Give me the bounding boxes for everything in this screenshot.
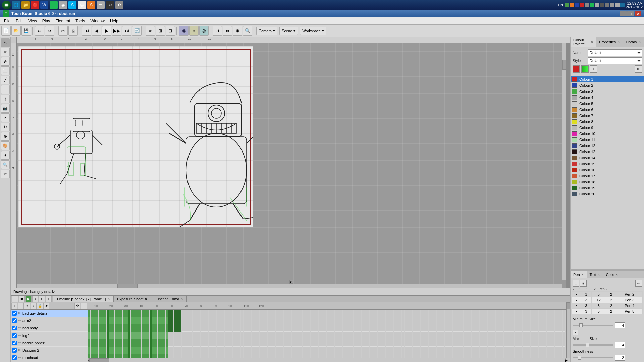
tab-text[interactable]: Text ✕ xyxy=(587,272,603,278)
start-button[interactable]: ⊞ xyxy=(2,1,11,9)
taskbar-word-icon[interactable]: W xyxy=(40,1,48,9)
menu-tools[interactable]: Tools xyxy=(73,18,88,24)
layer-check-0[interactable] xyxy=(12,311,17,316)
close-colour-palette[interactable]: ✕ xyxy=(591,40,593,44)
min-size-slider[interactable] xyxy=(573,325,613,326)
close-cells[interactable]: ✕ xyxy=(615,273,618,276)
tb-next[interactable]: ▶▶ xyxy=(112,26,121,36)
close-text[interactable]: ✕ xyxy=(598,273,600,276)
tb-prev[interactable]: ◀ xyxy=(92,26,101,36)
tab-function-editor[interactable]: Function Editor ✕ xyxy=(151,296,187,302)
close-pen[interactable]: ✕ xyxy=(581,273,584,276)
colour-item-20[interactable]: Colour 20 xyxy=(571,191,644,197)
tl-frame-row-3[interactable] xyxy=(88,332,570,339)
menu-view[interactable]: View xyxy=(25,18,40,24)
tab-colour-palette[interactable]: Colour Palette ✕ xyxy=(571,37,596,47)
taskbar-chrome2-icon[interactable]: ◎ xyxy=(78,1,86,9)
pen-edit[interactable]: ✏ xyxy=(635,280,642,287)
tl-tb-3[interactable]: ▶ xyxy=(25,296,32,302)
close-properties[interactable]: ✕ xyxy=(617,40,620,44)
colour-solid[interactable] xyxy=(573,65,580,73)
tb-tool3[interactable]: ⊕ xyxy=(233,26,242,36)
tl-frame-row-2[interactable] xyxy=(88,324,570,332)
style-select[interactable]: Default xyxy=(588,57,642,64)
camera-dropdown[interactable]: Camera ▾ xyxy=(256,27,277,35)
layer-check-1[interactable] xyxy=(12,318,17,323)
colour-item-18[interactable]: Colour 18 xyxy=(571,179,644,185)
tl-layer-up[interactable]: ↑ xyxy=(24,303,30,309)
pen-icon-1[interactable]: ◽ xyxy=(573,280,579,287)
tl-tb-2[interactable]: ⏺ xyxy=(19,296,25,302)
tl-tb-1[interactable]: ⊞ xyxy=(12,296,18,302)
colour-item-12[interactable]: Colour 12 xyxy=(571,143,644,149)
tb-tool2[interactable]: ⇔ xyxy=(223,26,232,36)
minimize-button[interactable]: ─ xyxy=(620,11,627,16)
tb-onion[interactable]: ⊞ xyxy=(156,26,165,36)
tool-cut[interactable]: ✂ xyxy=(1,113,10,122)
tool-move[interactable]: ⊕ xyxy=(1,132,10,141)
colour-item-5[interactable]: Colour 5 xyxy=(571,101,644,107)
pen-row-4[interactable]: •352Pen 5 xyxy=(572,309,643,314)
pen-icon-2[interactable]: ◾ xyxy=(580,280,587,287)
canvas-hscrollbar[interactable] xyxy=(17,284,562,288)
tl-layer-leg2[interactable]: ✏ leg2 xyxy=(11,332,88,339)
maximize-button[interactable]: □ xyxy=(627,11,634,16)
tool-paint[interactable]: 🖌 xyxy=(1,57,10,66)
close-library[interactable]: ✕ xyxy=(638,40,641,44)
colour-item-10[interactable]: Colour 10 xyxy=(571,131,644,137)
colour-item-16[interactable]: Colour 16 xyxy=(571,167,644,173)
close-function[interactable]: ✕ xyxy=(180,297,183,301)
tl-layer-del[interactable]: − xyxy=(18,303,24,309)
layer-check-6[interactable] xyxy=(12,355,17,360)
tl-frame-row-5[interactable] xyxy=(88,347,570,354)
scene-dropdown[interactable]: Scene ▾ xyxy=(279,27,298,35)
tb-zoom[interactable]: 🔍 xyxy=(243,26,252,36)
layer-check-3[interactable] xyxy=(12,333,17,338)
colour-item-1[interactable]: Colour 1 xyxy=(571,76,644,82)
tl-tb-4[interactable]: ⊹ xyxy=(32,296,38,302)
layer-check-5[interactable] xyxy=(12,348,17,353)
colour-item-9[interactable]: Colour 9 xyxy=(571,125,644,131)
tab-timeline[interactable]: Timeline [Scene-1] - [Frame 1] ✕ xyxy=(53,296,114,302)
tl-layer-lock[interactable]: 🔒 xyxy=(37,303,43,309)
taskbar-folder-icon[interactable]: 📁 xyxy=(21,1,30,9)
layer-check-4[interactable] xyxy=(12,341,17,345)
close-button[interactable]: ✕ xyxy=(635,11,641,16)
tl-frame-row-4[interactable] xyxy=(88,339,570,347)
colour-item-13[interactable]: Colour 13 xyxy=(571,149,644,155)
layer-check-2[interactable] xyxy=(12,326,17,330)
tab-exposure-sheet[interactable]: Exposure Sheet ✕ xyxy=(114,296,151,302)
colour-item-14[interactable]: Colour 14 xyxy=(571,155,644,161)
close-timeline[interactable]: ✕ xyxy=(107,297,110,301)
colour-item-15[interactable]: Colour 15 xyxy=(571,161,644,167)
tl-layer-opts2[interactable]: ⊞ xyxy=(81,303,87,309)
taskbar-flash-icon[interactable]: 🔴 xyxy=(31,1,39,9)
taskbar-snagit-icon[interactable]: S xyxy=(87,1,95,9)
tl-layer-add[interactable]: + xyxy=(11,303,17,309)
tool-rotate[interactable]: ↻ xyxy=(1,123,10,131)
tl-frame-row-1[interactable] xyxy=(88,317,570,324)
colour-item-19[interactable]: Colour 19 xyxy=(571,185,644,191)
tb-next-frame[interactable]: ⏭ xyxy=(122,26,131,36)
colour-item-11[interactable]: Colour 11 xyxy=(571,137,644,143)
taskbar-chrome-icon[interactable]: ◉ xyxy=(59,1,67,9)
tl-tb-5[interactable]: ↩ xyxy=(39,296,45,302)
tb-redo[interactable]: ↪ xyxy=(45,26,54,36)
colour-gradient[interactable]: G xyxy=(581,65,589,73)
pen-row-1[interactable]: •152Pen 2 xyxy=(572,292,643,297)
tl-layer-robohead[interactable]: ✏ robohead xyxy=(11,354,88,361)
drawing-area[interactable]: ▾ xyxy=(17,43,566,288)
tb-play[interactable]: ▶ xyxy=(102,26,111,36)
tool-pick[interactable]: ✦ xyxy=(1,151,10,160)
tl-tb-6[interactable]: + xyxy=(46,296,52,302)
tl-layer-down[interactable]: ↓ xyxy=(31,303,37,309)
smoothness-slider[interactable] xyxy=(573,357,613,358)
taskbar-spotify-icon[interactable]: ♪ xyxy=(50,1,58,9)
tab-properties[interactable]: Properties ✕ xyxy=(596,37,623,47)
tb-view2[interactable]: ○ xyxy=(189,26,199,36)
taskbar-files-icon[interactable]: 🗀 xyxy=(97,1,105,9)
menu-element[interactable]: Element xyxy=(53,18,73,24)
tool-draw[interactable]: ✏ xyxy=(1,48,10,56)
tb-onion2[interactable]: ⊟ xyxy=(166,26,175,36)
close-exposure[interactable]: ✕ xyxy=(145,297,147,301)
